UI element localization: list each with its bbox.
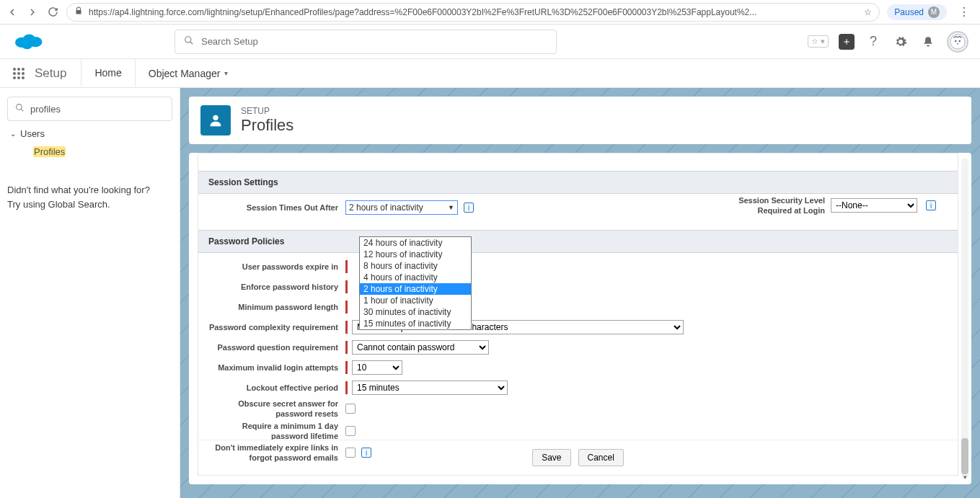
search-icon [15, 103, 25, 115]
svg-line-5 [190, 42, 193, 45]
save-button[interactable]: Save [532, 449, 570, 466]
label-min-length: Minimum password length [208, 302, 345, 312]
setup-sidebar: profiles ⌄ Users Profiles Didn't find wh… [0, 88, 180, 498]
scroll-down-icon[interactable]: ▾ [961, 473, 968, 481]
max-invalid-select[interactable]: 10 [352, 360, 402, 375]
search-placeholder: Search Setup [201, 36, 258, 47]
tree-item-profiles[interactable]: Profiles [7, 142, 172, 161]
required-indicator [345, 280, 348, 293]
session-security-select[interactable]: --None-- [831, 198, 917, 213]
setup-gear-icon[interactable] [892, 33, 909, 50]
required-indicator [345, 321, 348, 334]
page-eyebrow: SETUP [241, 106, 293, 116]
cancel-button[interactable]: Cancel [578, 449, 624, 466]
tab-object-manager-label: Object Manager [149, 68, 221, 79]
timeout-option[interactable]: 1 hour of inactivity [360, 295, 471, 306]
reload-button[interactable] [46, 6, 59, 19]
tab-object-manager[interactable]: Object Manager ▾ [136, 59, 242, 87]
label-enforce-history: Enforce password history [208, 282, 345, 292]
timeout-option[interactable]: 24 hours of inactivity [360, 237, 471, 249]
section-password-policies: Password Policies [198, 230, 958, 253]
timeout-option[interactable]: 12 hours of inactivity [360, 249, 471, 260]
scroll-track[interactable] [961, 159, 968, 479]
page-title: Profiles [241, 116, 293, 135]
url-text: https://ap4.lightning.force.com/lightnin… [89, 7, 756, 17]
obscure-checkbox[interactable] [345, 404, 356, 414]
label-max-invalid: Maximum invalid login attempts [208, 363, 345, 373]
tree-label-users: Users [20, 128, 45, 139]
timeout-option-selected[interactable]: 2 hours of inactivity [360, 283, 471, 295]
required-indicator [345, 361, 348, 374]
footer-line1: Didn't find what you're looking for? [7, 183, 172, 197]
footer-line2: Try using Global Search. [7, 197, 172, 212]
timeout-option[interactable]: 30 minutes of inactivity [360, 306, 471, 318]
star-icon[interactable]: ☆ [864, 7, 872, 17]
salesforce-logo[interactable] [12, 29, 45, 54]
scrollbar[interactable]: ▴ ▾ [961, 159, 968, 479]
address-bar[interactable]: https://ap4.lightning.force.com/lightnin… [66, 3, 880, 22]
svg-point-10 [13, 68, 16, 71]
svg-point-15 [22, 72, 25, 75]
min-1day-checkbox[interactable] [345, 426, 356, 436]
label-session-security: Session Security Level Required at Login [710, 195, 825, 216]
notifications-icon[interactable] [919, 33, 937, 50]
lock-icon [74, 6, 83, 17]
label-complexity: Password complexity requirement [208, 322, 345, 332]
required-indicator [345, 260, 348, 273]
app-name: Setup [35, 59, 81, 87]
scroll-thumb[interactable] [961, 438, 968, 474]
svg-point-16 [13, 76, 16, 79]
lockout-select[interactable]: 15 minutes [352, 381, 508, 395]
svg-point-12 [22, 68, 25, 71]
svg-point-13 [13, 72, 16, 75]
page-header: SETUP Profiles [189, 97, 971, 144]
form-buttons: Save Cancel [198, 440, 958, 475]
label-obscure: Obscure secret answer for password reset… [208, 399, 345, 419]
browser-toolbar: https://ap4.lightning.force.com/lightnin… [0, 0, 980, 25]
quick-find-value: profiles [30, 104, 61, 115]
svg-point-19 [17, 105, 22, 110]
browser-menu-button[interactable]: ⋮ [954, 5, 974, 19]
app-launcher-icon[interactable] [12, 59, 35, 87]
info-icon[interactable]: i [464, 203, 474, 213]
svg-point-3 [22, 40, 33, 49]
global-search[interactable]: Search Setup [175, 30, 557, 54]
help-icon[interactable]: ? [865, 33, 882, 50]
quick-find-input[interactable]: profiles [7, 97, 172, 121]
required-indicator [345, 341, 348, 354]
back-button[interactable] [6, 6, 19, 19]
context-bar: Setup Home Object Manager ▾ [0, 59, 980, 88]
svg-point-4 [185, 37, 191, 43]
tab-home[interactable]: Home [81, 59, 135, 87]
main-canvas: SETUP Profiles Session Settings Session … [180, 88, 980, 498]
svg-point-21 [213, 115, 218, 120]
label-min-1day: Require a minimum 1 day password lifetim… [208, 421, 345, 442]
label-session-timeout: Session Times Out After [208, 203, 345, 213]
forward-button[interactable] [26, 6, 39, 19]
tree-node-users[interactable]: ⌄ Users [7, 121, 172, 142]
detail-panel: Session Settings Session Times Out After… [189, 153, 971, 484]
timeout-option[interactable]: 8 hours of inactivity [360, 260, 471, 272]
svg-point-11 [17, 68, 20, 71]
session-timeout-value: 2 hours of inactivity [349, 203, 423, 213]
section-session-settings: Session Settings [198, 171, 958, 194]
user-avatar[interactable] [947, 31, 968, 53]
info-icon[interactable]: i [926, 200, 936, 210]
svg-point-7 [955, 40, 957, 42]
favorites-button[interactable]: ☆ ▾ [808, 35, 829, 48]
required-indicator [345, 301, 348, 314]
question-req-select[interactable]: Cannot contain password [352, 340, 489, 355]
label-question-req: Password question requirement [208, 342, 345, 352]
session-timeout-select[interactable]: 2 hours of inactivity ▼ [345, 200, 458, 215]
paused-label: Paused [894, 7, 924, 17]
timeout-option[interactable]: 15 minutes of inactivity [360, 318, 471, 329]
tree-label-profiles: Profiles [33, 146, 66, 157]
profile-paused-chip[interactable]: Paused M [887, 4, 947, 20]
label-lockout: Lockout effective period [208, 383, 345, 393]
svg-point-14 [17, 72, 20, 75]
global-actions-button[interactable]: ＋ [839, 34, 855, 50]
session-timeout-dropdown: 24 hours of inactivity 12 hours of inact… [359, 236, 472, 330]
chevron-down-icon: ▼ [448, 204, 454, 211]
sidebar-footer: Didn't find what you're looking for? Try… [7, 183, 172, 211]
timeout-option[interactable]: 4 hours of inactivity [360, 272, 471, 283]
